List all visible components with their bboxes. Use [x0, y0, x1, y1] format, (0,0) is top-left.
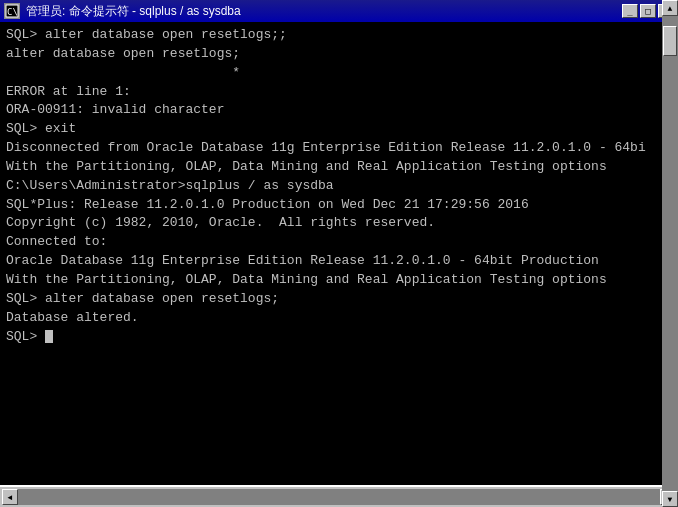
- console-line: SQL> exit: [6, 120, 656, 139]
- bottom-bar: ◄ ►: [0, 485, 678, 507]
- minimize-button[interactable]: _: [622, 4, 638, 18]
- console-container: SQL> alter database open resetlogs;;alte…: [0, 22, 678, 485]
- console-line: Copyright (c) 1982, 2010, Oracle. All ri…: [6, 214, 656, 233]
- console-line: SQL> alter database open resetlogs;: [6, 290, 656, 309]
- scroll-up-button[interactable]: ▲: [662, 0, 678, 16]
- console-line: Disconnected from Oracle Database 11g En…: [6, 139, 656, 158]
- window-icon: C\: [4, 3, 20, 19]
- horizontal-scrollbar[interactable]: ◄ ►: [2, 489, 676, 505]
- console-line: SQL>: [6, 328, 656, 347]
- console-output[interactable]: SQL> alter database open resetlogs;;alte…: [0, 22, 662, 485]
- title-bar: C\ 管理员: 命令提示符 - sqlplus / as sysdba _ □ …: [0, 0, 678, 22]
- maximize-button[interactable]: □: [640, 4, 656, 18]
- window: C\ 管理员: 命令提示符 - sqlplus / as sysdba _ □ …: [0, 0, 678, 507]
- vertical-scrollbar[interactable]: ▲ ▼: [662, 0, 678, 507]
- scroll-down-button[interactable]: ▼: [662, 491, 678, 507]
- console-line: Database altered.: [6, 309, 656, 328]
- console-line: alter database open resetlogs;: [6, 45, 656, 64]
- h-scroll-track[interactable]: [18, 489, 660, 505]
- scroll-thumb[interactable]: [663, 26, 677, 56]
- console-line: ERROR at line 1:: [6, 83, 656, 102]
- console-line: With the Partitioning, OLAP, Data Mining…: [6, 271, 656, 290]
- title-bar-left: C\ 管理员: 命令提示符 - sqlplus / as sysdba: [4, 3, 241, 20]
- console-line: ORA-00911: invalid character: [6, 101, 656, 120]
- console-line: SQL> alter database open resetlogs;;: [6, 26, 656, 45]
- scroll-left-button[interactable]: ◄: [2, 489, 18, 505]
- svg-text:C\: C\: [7, 7, 18, 17]
- console-line: With the Partitioning, OLAP, Data Mining…: [6, 158, 656, 177]
- window-title: 管理员: 命令提示符 - sqlplus / as sysdba: [26, 3, 241, 20]
- console-line: Connected to:: [6, 233, 656, 252]
- console-line: C:\Users\Administrator>sqlplus / as sysd…: [6, 177, 656, 196]
- console-line: SQL*Plus: Release 11.2.0.1.0 Production …: [6, 196, 656, 215]
- console-line: *: [6, 64, 656, 83]
- console-line: Oracle Database 11g Enterprise Edition R…: [6, 252, 656, 271]
- cursor: [45, 330, 53, 343]
- scroll-track[interactable]: [662, 16, 678, 491]
